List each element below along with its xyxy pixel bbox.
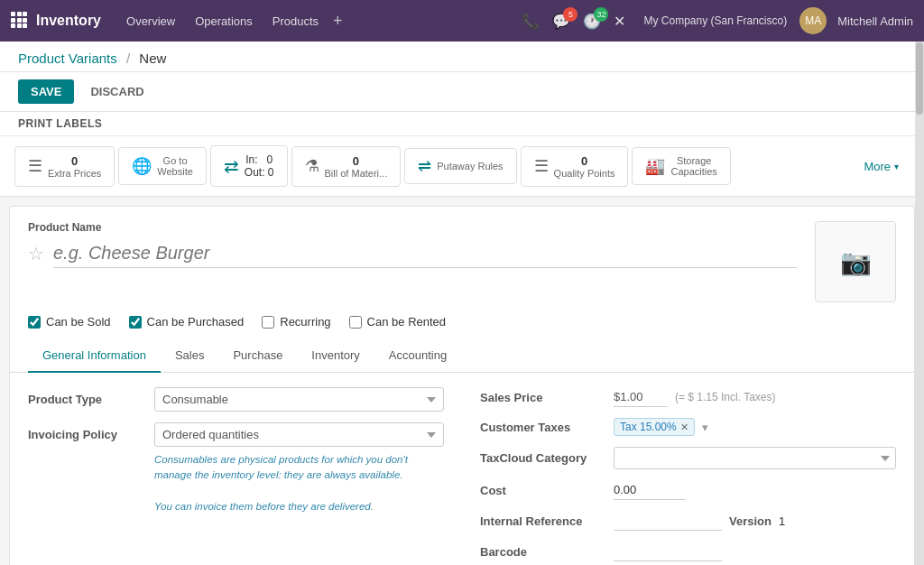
taxcloud-select[interactable] bbox=[614, 447, 896, 469]
tab-general-information[interactable]: General Information bbox=[28, 339, 161, 373]
camera-icon: 📷 bbox=[840, 247, 872, 277]
cost-field-row: Cost bbox=[480, 480, 896, 500]
quality-points-button[interactable]: ☰ 0 Quality Points bbox=[521, 146, 629, 187]
can-be-sold-label: Can be Sold bbox=[46, 315, 111, 329]
tax-badge-text: Tax 15.00% bbox=[620, 421, 677, 433]
nav-overview[interactable]: Overview bbox=[119, 11, 182, 32]
more-chevron-icon: ▾ bbox=[894, 162, 899, 171]
putaway-rules-button[interactable]: ⇌ Putaway Rules bbox=[404, 148, 516, 184]
phone-icon[interactable]: 📞 bbox=[516, 9, 545, 33]
putaway-icon: ⇌ bbox=[418, 156, 431, 176]
bom-button[interactable]: ⚗ 0 Bill of Materi... bbox=[291, 146, 402, 187]
putaway-label: Putaway Rules bbox=[437, 161, 503, 171]
nav-operations[interactable]: Operations bbox=[188, 11, 260, 32]
sales-price-input[interactable] bbox=[614, 387, 668, 407]
can-be-purchased-label: Can be Purchased bbox=[147, 315, 245, 329]
storage-label: StorageCapacities bbox=[670, 155, 716, 177]
invoicing-policy-field-row: Invoicing Policy Ordered quantities Deli… bbox=[28, 422, 444, 514]
storage-icon: 🏭 bbox=[645, 156, 665, 176]
quality-count: 0 bbox=[554, 154, 615, 168]
website-label: Go toWebsite bbox=[157, 155, 193, 177]
tax-remove-icon[interactable]: ✕ bbox=[680, 421, 688, 433]
customer-taxes-dropdown-icon[interactable]: ▾ bbox=[702, 421, 708, 434]
activity-icon[interactable]: 🕐32 bbox=[578, 9, 606, 33]
tab-right-column: Sales Price (= $ 1.15 Incl. Taxes) Custo… bbox=[480, 387, 896, 565]
svg-rect-0 bbox=[11, 12, 15, 16]
invoicing-hint-text: Consumables are physical products for wh… bbox=[154, 452, 444, 514]
can-be-sold-checkbox[interactable]: Can be Sold bbox=[28, 315, 111, 329]
more-button[interactable]: More ▾ bbox=[853, 154, 910, 179]
grid-icon[interactable] bbox=[11, 12, 27, 31]
product-image-upload[interactable]: 📷 bbox=[815, 221, 896, 302]
breadcrumb-separator: / bbox=[126, 51, 130, 66]
discard-button[interactable]: DISCARD bbox=[81, 79, 152, 104]
print-labels-bar[interactable]: PRINT LABELS bbox=[0, 112, 924, 136]
top-navigation: Inventory Overview Operations Products +… bbox=[0, 0, 924, 42]
print-labels-text: PRINT LABELS bbox=[18, 117, 102, 130]
product-name-input[interactable] bbox=[53, 239, 797, 268]
go-to-website-button[interactable]: 🌐 Go toWebsite bbox=[118, 147, 207, 185]
transfers-button[interactable]: ⇄ In: 0 Out: 0 bbox=[210, 145, 288, 187]
checkboxes-row: Can be Sold Can be Purchased Recurring C… bbox=[10, 311, 914, 339]
avatar[interactable]: MA bbox=[799, 7, 827, 34]
tab-left-column: Product Type Consumable Storable Product… bbox=[28, 387, 444, 565]
globe-icon: 🌐 bbox=[132, 156, 152, 176]
quality-icon: ☰ bbox=[534, 156, 549, 176]
svg-rect-6 bbox=[11, 23, 15, 28]
svg-rect-4 bbox=[17, 18, 22, 23]
action-bar: SAVE DISCARD bbox=[0, 72, 924, 112]
barcode-field-row: Barcode bbox=[480, 542, 896, 561]
scroll-thumb[interactable] bbox=[916, 42, 923, 115]
breadcrumb-bar: Product Variants / New bbox=[0, 42, 924, 72]
out-count: Out: 0 bbox=[245, 166, 274, 179]
favorite-star-icon[interactable]: ☆ bbox=[28, 243, 44, 264]
save-button[interactable]: SAVE bbox=[18, 79, 74, 104]
in-count: In: 0 bbox=[245, 153, 274, 166]
cost-input[interactable] bbox=[614, 480, 686, 500]
extra-prices-count: 0 bbox=[48, 154, 101, 168]
product-type-select[interactable]: Consumable Storable Product Service bbox=[154, 387, 444, 412]
can-be-purchased-checkbox[interactable]: Can be Purchased bbox=[129, 315, 245, 329]
svg-rect-7 bbox=[17, 23, 22, 28]
can-be-rented-label: Can be Rented bbox=[367, 315, 446, 329]
taxcloud-label: TaxCloud Category bbox=[480, 451, 606, 465]
tab-sales[interactable]: Sales bbox=[161, 339, 219, 373]
tab-inventory[interactable]: Inventory bbox=[297, 339, 374, 373]
product-header: Product Name ☆ 📷 bbox=[10, 207, 914, 311]
messages-icon[interactable]: 💬5 bbox=[547, 9, 576, 33]
storage-capacities-button[interactable]: 🏭 StorageCapacities bbox=[632, 147, 730, 185]
svg-rect-8 bbox=[23, 23, 27, 28]
cost-label: Cost bbox=[480, 484, 606, 497]
barcode-input[interactable] bbox=[614, 542, 722, 561]
breadcrumb-parent[interactable]: Product Variants bbox=[18, 51, 117, 66]
recurring-checkbox[interactable]: Recurring bbox=[262, 315, 330, 329]
svg-rect-5 bbox=[23, 18, 27, 23]
customer-taxes-field-row: Customer Taxes Tax 15.00% ✕ ▾ bbox=[480, 418, 896, 436]
product-type-label: Product Type bbox=[28, 387, 145, 406]
svg-rect-2 bbox=[23, 12, 27, 16]
list-icon: ☰ bbox=[28, 156, 42, 176]
product-name-label: Product Name bbox=[28, 221, 797, 234]
smart-buttons-bar: ☰ 0 Extra Prices 🌐 Go toWebsite ⇄ In: 0 … bbox=[0, 136, 924, 197]
nav-products[interactable]: Products bbox=[265, 11, 326, 32]
transfers-icon: ⇄ bbox=[224, 155, 239, 177]
internal-reference-field-row: Internal Reference Version 1 bbox=[480, 511, 896, 531]
sales-price-label: Sales Price bbox=[480, 391, 606, 404]
can-be-rented-checkbox[interactable]: Can be Rented bbox=[349, 315, 446, 329]
scrollbar[interactable] bbox=[915, 42, 924, 565]
flask-icon: ⚗ bbox=[305, 156, 319, 176]
close-icon[interactable]: ✕ bbox=[608, 9, 631, 33]
tab-accounting[interactable]: Accounting bbox=[374, 339, 461, 373]
invoicing-policy-select[interactable]: Ordered quantities Delivered quantities bbox=[154, 422, 444, 447]
user-name: Mitchell Admin bbox=[837, 14, 913, 28]
add-menu-button[interactable]: + bbox=[333, 12, 343, 31]
internal-reference-input[interactable] bbox=[614, 511, 722, 531]
messages-badge: 5 bbox=[563, 7, 578, 22]
breadcrumb-current: New bbox=[139, 51, 166, 66]
barcode-label: Barcode bbox=[480, 545, 606, 559]
bom-label: Bill of Materi... bbox=[325, 168, 388, 179]
extra-prices-button[interactable]: ☰ 0 Extra Prices bbox=[14, 146, 115, 187]
internal-reference-label: Internal Reference bbox=[480, 514, 606, 528]
tab-purchase[interactable]: Purchase bbox=[218, 339, 297, 373]
svg-rect-1 bbox=[17, 12, 22, 16]
